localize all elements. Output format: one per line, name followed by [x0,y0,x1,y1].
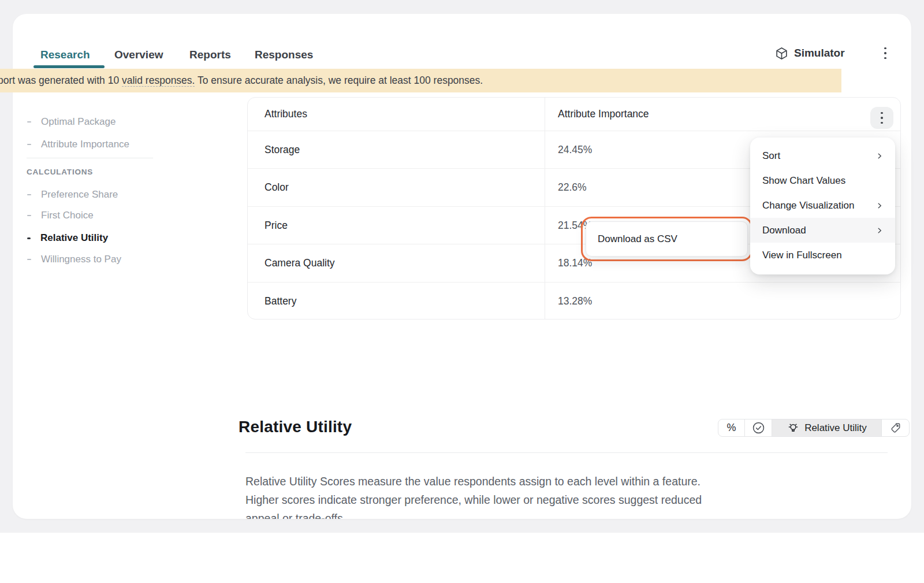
chevron-right-icon [875,202,884,210]
table-context-menu: Sort Show Chart Values Change Visualizat… [750,138,895,274]
valid-responses-link[interactable]: valid responses. [122,75,195,87]
check-toggle-button[interactable] [745,419,772,436]
submenu-label: Download as CSV [598,233,677,245]
sidebar-item-preference-share[interactable]: Preference Share [27,188,118,202]
table-header-row: Attributes Attribute Importance [248,98,900,131]
chevron-right-icon [875,152,884,160]
kebab-icon [884,47,886,60]
section-toolbar: % Rela [718,419,910,437]
attribute-name: Color [248,181,545,194]
sidebar-bullet [27,259,31,260]
simulator-label: Simulator [794,47,845,60]
tab-responses[interactable]: Responses [255,47,313,62]
column-header-importance: Attribute Importance [545,108,649,120]
menu-item-label: View in Fullscreen [762,250,884,261]
banner-text-prefix: port was generated with 10 [0,75,122,86]
column-header-attributes: Attributes [248,108,545,120]
sidebar-item-label: Willingness to Pay [41,254,121,265]
section-title: Relative Utility [239,417,352,437]
relative-utility-pill-button[interactable]: Relative Utility [772,419,882,436]
sidebar-bullet [27,194,31,195]
table-options-button[interactable] [870,107,893,129]
attribute-name: Battery [248,295,545,307]
sidebar-item-label: Optimal Package [41,116,116,128]
tab-research[interactable]: Research [40,47,90,62]
menu-item-download[interactable]: Download [750,218,895,243]
banner-text-suffix: To ensure accurate analysis, we require … [195,75,483,86]
menu-item-view-in-fullscreen[interactable]: View in Fullscreen [750,243,895,268]
warning-banner-text: port was generated with 10 valid respons… [0,69,483,92]
pill-label: Relative Utility [804,422,867,434]
cube-icon [774,46,789,61]
attribute-value: 22.6% [545,181,587,194]
attribute-value: 24.45% [545,144,592,156]
check-circle-icon [752,421,765,435]
chevron-right-icon [875,226,884,235]
menu-item-change-visualization[interactable]: Change Visualization [750,193,895,218]
bottom-band [0,533,924,583]
sidebar-item-label: First Choice [41,210,94,221]
sidebar-item-first-choice[interactable]: First Choice [27,209,94,222]
sidebar-bullet [27,144,31,145]
description-line: Higher scores indicate stronger preferen… [245,491,702,509]
warning-banner: port was generated with 10 valid respons… [0,69,841,92]
sidebar-bullet [27,121,31,122]
menu-item-label: Change Visualization [762,200,875,211]
attribute-name: Storage [248,144,545,156]
percent-toggle-button[interactable]: % [718,419,745,436]
sidebar-section-label: CALCULATIONS [27,168,93,176]
sidebar-item-optimal-package[interactable]: Optimal Package [27,115,116,129]
sidebar-item-label: Relative Utility [40,232,108,244]
sidebar-item-label: Preference Share [41,189,118,200]
table-row: Battery 13.28% [248,283,900,320]
section-divider [245,452,888,453]
tag-icon [889,422,901,434]
lightbulb-icon [787,421,800,435]
sidebar-item-attribute-importance[interactable]: Attribute Importance [27,138,129,151]
section-description: Relative Utility Scores measure the valu… [245,472,702,519]
sidebar-bullet [27,215,31,216]
simulator-button[interactable]: Simulator [774,44,845,62]
menu-item-show-chart-values[interactable]: Show Chart Values [750,168,895,193]
percent-icon: % [726,422,736,434]
attribute-name: Camera Quality [248,257,545,269]
tag-button[interactable] [882,419,908,436]
sidebar-item-willingness-to-pay[interactable]: Willingness to Pay [27,252,121,266]
attribute-name: Price [248,220,545,232]
attribute-value: 13.28% [545,295,592,307]
description-line: appeal or trade-offs. [245,509,702,519]
menu-item-label: Show Chart Values [762,175,884,187]
download-submenu-item-csv[interactable]: Download as CSV [586,221,748,257]
menu-item-sort[interactable]: Sort [750,143,895,168]
sidebar-bullet [27,237,31,239]
menu-item-label: Sort [762,150,875,162]
menu-item-label: Download [762,225,875,236]
tab-overview[interactable]: Overview [114,47,163,62]
active-tab-underline [33,65,105,68]
tab-reports[interactable]: Reports [189,47,231,62]
sidebar-item-label: Attribute Importance [41,139,129,150]
page: Research Overview Reports Responses Simu… [0,0,924,583]
description-line: Relative Utility Scores measure the valu… [245,472,702,491]
sidebar-divider [27,158,153,158]
sidebar-item-relative-utility[interactable]: Relative Utility [27,231,108,245]
header-kebab-menu-icon[interactable] [876,44,895,62]
kebab-icon [881,112,883,124]
